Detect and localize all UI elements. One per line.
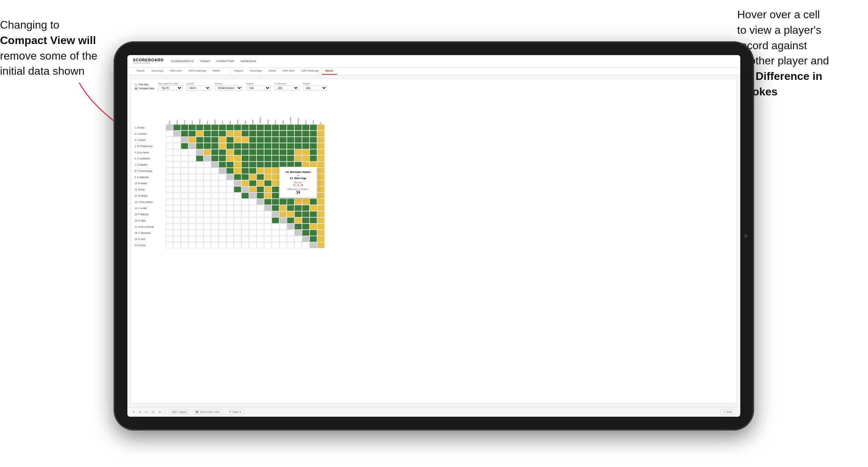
- cell-8-20[interactable]: [317, 174, 325, 180]
- cell-3-17[interactable]: [294, 143, 302, 149]
- cell-12-15[interactable]: [279, 199, 287, 205]
- cell-15-18[interactable]: [302, 217, 310, 224]
- cell-14-2[interactable]: [181, 211, 188, 217]
- cell-0-15[interactable]: [279, 124, 287, 131]
- cell-14-15[interactable]: [279, 211, 287, 217]
- cell-14-19[interactable]: [310, 211, 317, 217]
- cell-1-13[interactable]: [264, 131, 272, 137]
- cell-18-2[interactable]: [181, 236, 188, 242]
- cell-1-5[interactable]: [203, 131, 211, 137]
- cell-18-19[interactable]: [310, 236, 317, 242]
- cell-0-4[interactable]: [196, 124, 203, 131]
- cell-16-12[interactable]: [257, 224, 264, 230]
- cell-14-4[interactable]: [196, 211, 203, 217]
- cell-17-9[interactable]: [234, 230, 241, 236]
- cell-9-7[interactable]: [219, 180, 226, 186]
- cell-17-12[interactable]: [257, 230, 264, 236]
- cell-9-8[interactable]: [226, 180, 234, 186]
- cell-17-5[interactable]: [203, 230, 211, 236]
- cell-14-16[interactable]: [287, 211, 294, 217]
- cell-17-7[interactable]: [219, 230, 226, 236]
- cell-17-18[interactable]: [302, 230, 310, 236]
- cell-10-6[interactable]: [211, 186, 219, 193]
- cell-4-12[interactable]: [257, 149, 264, 155]
- cell-9-12[interactable]: [257, 180, 264, 186]
- cell-5-2[interactable]: [181, 155, 188, 162]
- cell-3-11[interactable]: [249, 143, 257, 149]
- cell-14-6[interactable]: [211, 211, 219, 217]
- cell-7-9[interactable]: [234, 168, 241, 174]
- cell-3-7[interactable]: [219, 143, 226, 149]
- cell-0-1[interactable]: [173, 124, 181, 131]
- cell-16-4[interactable]: [196, 224, 203, 230]
- cell-9-11[interactable]: [249, 180, 257, 186]
- cell-13-0[interactable]: [166, 205, 173, 211]
- cell-6-12[interactable]: [257, 162, 264, 168]
- cell-15-3[interactable]: [188, 217, 196, 224]
- cell-13-18[interactable]: [302, 205, 310, 211]
- cell-13-13[interactable]: [264, 205, 272, 211]
- cell-1-2[interactable]: [181, 131, 188, 137]
- cell-17-14[interactable]: [272, 230, 279, 236]
- cell-13-19[interactable]: [310, 205, 317, 211]
- cell-17-0[interactable]: [166, 230, 173, 236]
- cell-15-16[interactable]: [287, 217, 294, 224]
- cell-13-6[interactable]: [211, 205, 219, 211]
- cell-12-7[interactable]: [219, 199, 226, 205]
- cell-2-5[interactable]: [203, 137, 211, 143]
- conference-select[interactable]: (All): [275, 85, 299, 91]
- cell-8-10[interactable]: [241, 174, 249, 180]
- cell-6-4[interactable]: [196, 162, 203, 168]
- cell-10-5[interactable]: [203, 186, 211, 193]
- cell-11-12[interactable]: [257, 193, 264, 199]
- cell-4-9[interactable]: [234, 149, 241, 155]
- tab-summary-2[interactable]: Summary: [247, 68, 265, 75]
- cell-11-10[interactable]: [241, 193, 249, 199]
- cell-11-6[interactable]: [211, 193, 219, 199]
- cell-6-9[interactable]: [234, 162, 241, 168]
- cell-9-2[interactable]: [181, 180, 188, 186]
- cell-18-6[interactable]: [211, 236, 219, 242]
- tab-players[interactable]: Players: [231, 68, 247, 75]
- cell-6-7[interactable]: [219, 162, 226, 168]
- cell-16-10[interactable]: [241, 224, 249, 230]
- cell-16-2[interactable]: [181, 224, 188, 230]
- zoom-icon[interactable]: 🔍: [151, 411, 155, 414]
- tab-matrix-1[interactable]: Matrix: [209, 68, 224, 75]
- cell-14-14[interactable]: [272, 211, 279, 217]
- cell-15-15[interactable]: [279, 217, 287, 224]
- cell-18-14[interactable]: [272, 236, 279, 242]
- cell-7-2[interactable]: [181, 168, 188, 174]
- cell-12-1[interactable]: [173, 199, 181, 205]
- gender-select[interactable]: Men's: [187, 85, 211, 91]
- cell-0-2[interactable]: [181, 124, 188, 131]
- cell-16-7[interactable]: [219, 224, 226, 230]
- cell-5-12[interactable]: [257, 155, 264, 162]
- cell-19-2[interactable]: [181, 242, 188, 248]
- cell-6-0[interactable]: [166, 162, 173, 168]
- cell-17-11[interactable]: [249, 230, 257, 236]
- cell-3-19[interactable]: [310, 143, 317, 149]
- cell-4-5[interactable]: [203, 149, 211, 155]
- cell-5-20[interactable]: [317, 155, 325, 162]
- cell-19-11[interactable]: [249, 242, 257, 248]
- cell-16-14[interactable]: [272, 224, 279, 230]
- cell-19-0[interactable]: [166, 242, 173, 248]
- cell-13-20[interactable]: [317, 205, 325, 211]
- cell-4-7[interactable]: [219, 149, 226, 155]
- forward-icon[interactable]: ↪: [145, 411, 147, 414]
- cell-8-7[interactable]: [219, 174, 226, 180]
- cell-2-4[interactable]: [196, 137, 203, 143]
- cell-16-13[interactable]: [264, 224, 272, 230]
- cell-7-8[interactable]: [226, 168, 234, 174]
- cell-3-9[interactable]: [234, 143, 241, 149]
- cell-8-4[interactable]: [196, 174, 203, 180]
- cell-3-14[interactable]: [272, 143, 279, 149]
- cell-0-16[interactable]: [287, 124, 294, 131]
- cell-14-13[interactable]: [264, 211, 272, 217]
- cell-3-12[interactable]: [257, 143, 264, 149]
- cell-15-13[interactable]: [264, 217, 272, 224]
- cell-6-8[interactable]: [226, 162, 234, 168]
- cell-15-7[interactable]: [219, 217, 226, 224]
- cell-3-18[interactable]: [302, 143, 310, 149]
